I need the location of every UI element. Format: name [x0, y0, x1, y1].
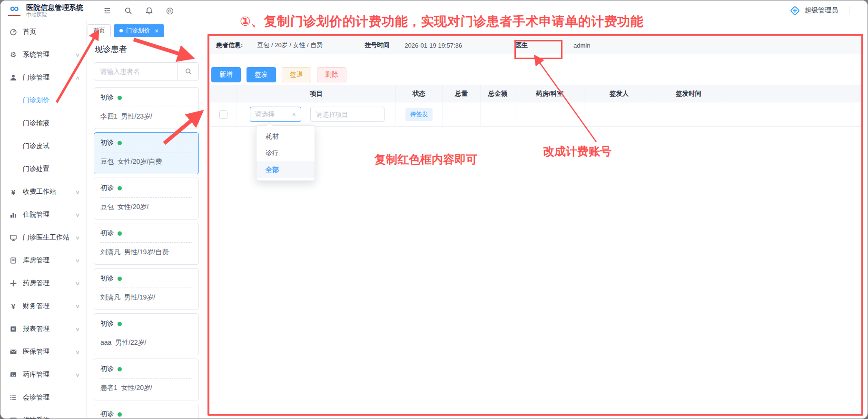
table-header: 项目状态总量总金额药房/科室签发人签发时间 — [210, 85, 861, 102]
visit-type-label: 初诊 — [100, 365, 114, 373]
sidebar-item-outpatient-doctor-station[interactable]: 门诊医生工作站∨ — [0, 226, 86, 249]
sidebar-item-outpatient-mgmt[interactable]: 门诊管理∧ — [0, 66, 86, 89]
col-header: 状态 — [396, 85, 443, 102]
patient-name-info: 豆包 女性/20岁/ — [100, 203, 192, 211]
visit-type-label: 初诊 — [100, 139, 114, 147]
visit-type-row: 初诊 — [100, 274, 192, 283]
active-tab-dot-icon — [119, 29, 123, 32]
patient-card[interactable]: 初诊李四1 男性/23岁/ — [94, 87, 199, 129]
status-dot-icon — [118, 231, 122, 236]
user-menu[interactable]: 超级管理员 — [789, 0, 849, 20]
issue-button[interactable]: 签发 — [247, 67, 276, 82]
visit-type-row: 初诊 — [100, 93, 192, 102]
sidebar-item-charging-station[interactable]: ¥收费工作站∨ — [0, 180, 86, 203]
card-divider — [100, 242, 192, 243]
card-divider — [100, 288, 192, 288]
card-divider — [100, 107, 192, 107]
visit-type-row: 初诊 — [100, 184, 192, 192]
sidebar-item-label: 药库管理 — [23, 370, 70, 379]
chevron-down-icon: ∨ — [75, 372, 80, 378]
sidebar-item-insurance-mgmt[interactable]: 医保管理∨ — [0, 340, 86, 363]
sidebar-item-finance-mgmt[interactable]: ¥财务管理∨ — [0, 295, 86, 318]
patient-card[interactable]: 初诊刘潇凡 男性/19岁/自费 — [94, 223, 199, 265]
select-placeholder: 请选择 — [255, 110, 275, 119]
sidebar-item-drugstore-mgmt[interactable]: 药库管理∨ — [0, 363, 86, 386]
app-logo-icon: ∞ — [7, 2, 22, 19]
tab-home[interactable]: 首页 — [88, 24, 111, 37]
patient-info-label: 患者信息: — [216, 41, 243, 50]
dashboard-icon — [9, 28, 18, 36]
gear-icon: ⚙ — [9, 50, 18, 59]
patient-card[interactable]: 初诊 — [94, 404, 199, 419]
row-checkbox[interactable] — [219, 110, 227, 119]
dropdown-option[interactable]: 全部 — [256, 161, 315, 178]
patient-card[interactable]: 初诊豆包 女性/20岁/自费 — [94, 132, 199, 174]
patient-search-button[interactable] — [178, 63, 198, 80]
tab-outpatient-pricing[interactable]: 门诊划价 × — [114, 24, 164, 37]
delete-button[interactable]: 删除 — [317, 67, 346, 82]
patient-name-info: 刘潇凡 男性/19岁/自费 — [100, 248, 192, 257]
visit-type-label: 初诊 — [100, 319, 114, 328]
sidebar-item-home[interactable]: 首页 — [0, 20, 86, 43]
status-dot-icon — [118, 277, 122, 281]
visit-type-label: 初诊 — [100, 274, 114, 283]
reg-time-label: 挂号时间 — [365, 41, 389, 50]
image-icon — [9, 371, 18, 379]
visit-type-row: 初诊 — [100, 410, 192, 419]
col-header: 总金额 — [481, 85, 515, 102]
sidebar-subitem-outpatient-infusion[interactable]: 门诊输液 — [0, 112, 86, 135]
bell-icon[interactable] — [145, 7, 153, 15]
sidebar-item-maintenance-system[interactable]: 维护系统 — [0, 409, 86, 419]
visit-type-row: 初诊 — [100, 229, 192, 238]
sidebar-item-report-mgmt[interactable]: 报表管理∨ — [0, 318, 86, 340]
patient-info-bar: 患者信息: 豆包 / 20岁 / 女性 / 自费 挂号时间 2026-01-19… — [210, 37, 864, 54]
patient-card[interactable]: 初诊豆包 女性/20岁/ — [94, 178, 199, 219]
reg-time-value: 2026-01-19 19:57:36 — [404, 42, 462, 49]
visit-type-label: 初诊 — [100, 229, 114, 238]
dropdown-option[interactable]: 耗材 — [256, 128, 315, 145]
sidebar-item-consultation-mgmt[interactable]: 会诊管理 — [0, 386, 86, 409]
search-icon[interactable] — [124, 7, 132, 15]
billing-table: 项目状态总量总金额药房/科室签发人签发时间 请选择 ∧ 待签发 — [210, 85, 861, 127]
sidebar-subitem-outpatient-disposal[interactable]: 门诊处置 — [0, 158, 86, 180]
chevron-down-icon: ∨ — [75, 189, 80, 195]
chevron-up-icon: ∧ — [292, 111, 296, 118]
patient-card[interactable]: 初诊aaa 男性/22岁/ — [94, 313, 199, 355]
sidebar-item-label: 门诊管理 — [23, 73, 70, 82]
item-search-input[interactable] — [310, 107, 385, 122]
close-tab-icon[interactable]: × — [155, 28, 158, 34]
dropdown-option[interactable]: 诊疗 — [256, 145, 315, 161]
doctor-label: 医生 — [515, 41, 528, 50]
chevron-up-icon: ∧ — [75, 75, 80, 81]
annotation-note-account: 改成计费账号 — [543, 144, 612, 159]
col-header-blank — [210, 85, 237, 102]
visit-type-row: 初诊 — [100, 139, 192, 147]
patient-card[interactable]: 初诊患者1 女性/20岁/ — [94, 359, 199, 400]
hospital-name: 中联医院 — [26, 12, 83, 18]
collapse-sidebar-icon[interactable] — [103, 7, 111, 15]
sidebar-item-label: 住院管理 — [23, 210, 70, 219]
patient-name-info: 豆包 女性/20岁/自费 — [100, 158, 192, 166]
sidebar-item-pharmacy-mgmt[interactable]: 药房管理∨ — [0, 272, 86, 295]
patient-list: 初诊李四1 男性/23岁/初诊豆包 女性/20岁/自费初诊豆包 女性/20岁/初… — [94, 87, 199, 419]
tabbar: 首页 门诊划价 × — [88, 24, 164, 37]
sidebar-item-storehouse-mgmt[interactable]: 库房管理∨ — [0, 249, 86, 272]
add-button[interactable]: 新增 — [211, 67, 241, 82]
user-icon — [9, 74, 18, 81]
sidebar-subitem-outpatient-pricing[interactable]: 门诊划价 — [0, 89, 86, 112]
table-row: 请选择 ∧ 待签发 — [210, 102, 861, 127]
sidebar-subitem-outpatient-skin-test[interactable]: 门诊皮试 — [0, 135, 86, 158]
visit-type-label: 初诊 — [100, 184, 114, 192]
bar-chart-icon — [9, 211, 18, 219]
patient-search-input[interactable] — [94, 63, 178, 80]
category-select[interactable]: 请选择 ∧ — [250, 107, 301, 122]
card-divider — [100, 333, 192, 333]
fullscreen-icon[interactable]: ◎ — [166, 5, 174, 16]
app-title: 医院信息管理系统 — [26, 3, 83, 12]
sign-out-button[interactable]: 签退 — [282, 67, 311, 82]
sidebar-item-system-mgmt[interactable]: ⚙系统管理∨ — [0, 43, 86, 66]
yen-icon: ¥ — [9, 188, 18, 196]
patient-card[interactable]: 初诊刘潇凡 男性/19岁/ — [94, 268, 199, 310]
sidebar-item-inpatient-mgmt[interactable]: 住院管理∨ — [0, 203, 86, 226]
sidebar-item-label: 库房管理 — [23, 256, 70, 265]
